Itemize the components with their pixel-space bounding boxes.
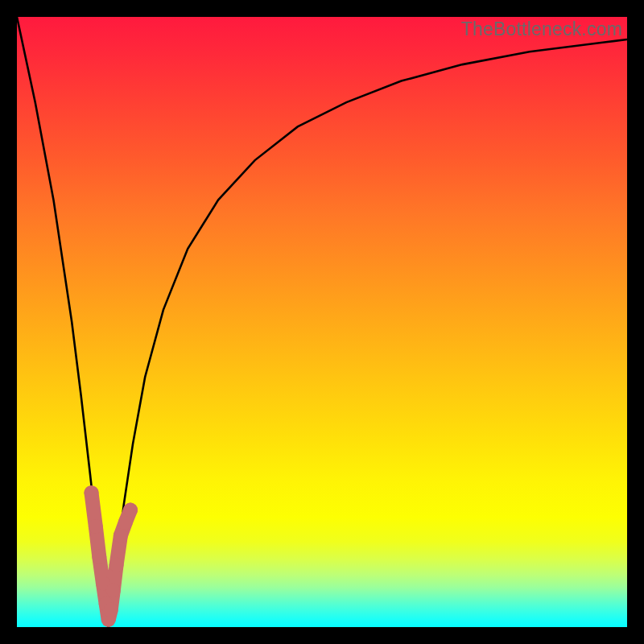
plot-area: TheBottleneck.com: [17, 17, 627, 627]
valley-dot: [89, 519, 103, 534]
right-branch-curve: [109, 39, 627, 627]
valley-dot: [85, 485, 99, 500]
curve-layer: [17, 17, 627, 627]
watermark-text: TheBottleneck.com: [461, 19, 622, 40]
chart-frame: TheBottleneck.com: [0, 0, 644, 644]
valley-dot: [104, 603, 118, 617]
valley-dot: [92, 550, 106, 564]
valley-dot: [106, 584, 121, 598]
valley-dot: [109, 558, 124, 572]
valley-dot: [123, 503, 138, 518]
valley-dot: [114, 528, 128, 543]
